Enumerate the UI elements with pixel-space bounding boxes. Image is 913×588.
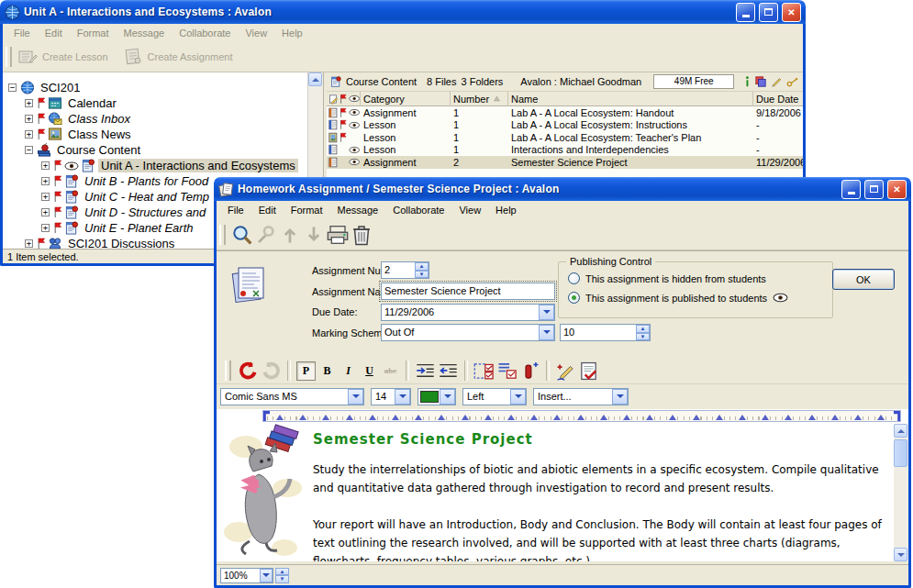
expand-icon[interactable]: + xyxy=(41,193,50,201)
scroll-up-icon[interactable] xyxy=(894,424,907,438)
chevron-down-icon[interactable] xyxy=(510,389,526,405)
radio-hidden-option[interactable]: This assignment is hidden from students xyxy=(568,272,766,284)
editor-scrollbar[interactable] xyxy=(894,424,908,561)
tab-stop-marker[interactable] xyxy=(299,411,306,420)
tab-stop-marker[interactable] xyxy=(785,411,792,420)
expand-icon[interactable]: + xyxy=(25,99,33,107)
expand-icon[interactable]: + xyxy=(41,224,50,232)
search-icon[interactable] xyxy=(231,224,253,246)
alignment-select[interactable]: Left xyxy=(462,388,527,405)
menu-file[interactable]: File xyxy=(220,201,251,219)
tree-item-label[interactable]: SCI201 xyxy=(38,81,83,94)
insert-select[interactable]: Insert... xyxy=(533,388,629,405)
tab-stop-marker[interactable] xyxy=(530,411,538,420)
bold-button[interactable]: B xyxy=(317,361,337,381)
zoom-stepper[interactable]: ▲▼ xyxy=(275,568,289,583)
tab-stop-marker[interactable] xyxy=(808,411,816,420)
tab-stop-marker[interactable] xyxy=(762,411,769,420)
italic-button[interactable]: I xyxy=(339,361,358,381)
tab-stop-marker[interactable] xyxy=(669,411,676,420)
tree-item-label[interactable]: Unit A - Interactions and Ecosystems xyxy=(98,159,298,172)
tab-stop-marker[interactable] xyxy=(877,411,885,420)
tab-stop-marker[interactable] xyxy=(600,411,607,420)
expand-icon[interactable]: + xyxy=(25,130,33,139)
tab-stop-marker[interactable] xyxy=(623,411,630,420)
tab-stop-marker[interactable] xyxy=(392,411,399,420)
table-row[interactable]: Assignment2Semester Science Project11/29… xyxy=(327,156,803,169)
select-cells-icon[interactable] xyxy=(473,361,495,382)
minimize-button[interactable] xyxy=(736,3,755,22)
tab-stop-marker[interactable] xyxy=(415,411,422,420)
chevron-down-icon[interactable] xyxy=(612,389,628,405)
tree-item-label[interactable]: Calendar xyxy=(65,96,119,110)
plain-style-button[interactable]: P xyxy=(296,361,316,381)
tab-stop-marker[interactable] xyxy=(646,411,653,420)
ruler[interactable] xyxy=(262,410,901,422)
column-category[interactable]: Category xyxy=(360,92,450,106)
tab-stop-marker[interactable] xyxy=(716,411,723,420)
column-name[interactable]: Name xyxy=(507,92,752,106)
chevron-down-icon[interactable] xyxy=(260,569,273,582)
table-row[interactable]: Lesson1Interactions and Interdependencie… xyxy=(327,144,803,157)
collapse-icon[interactable]: − xyxy=(8,83,17,92)
tree-item-label[interactable]: Course Content xyxy=(54,143,143,157)
tab-stop-marker[interactable] xyxy=(276,411,284,420)
tree-item-label[interactable]: Class Inbox xyxy=(65,112,133,126)
expand-icon[interactable]: + xyxy=(41,177,50,185)
table-row[interactable]: Lesson1Lab A - A Local Ecosystem: Instru… xyxy=(327,119,803,132)
edit-column-icon[interactable] xyxy=(328,94,338,105)
tree-item[interactable]: +Unit A - Interactions and Ecosystems xyxy=(3,158,323,173)
tree-item[interactable]: +Calendar xyxy=(3,95,323,111)
menu-view[interactable]: View xyxy=(451,201,488,219)
expand-icon[interactable]: + xyxy=(41,161,50,170)
toolbar-grip[interactable] xyxy=(219,225,226,245)
scroll-up-icon[interactable] xyxy=(308,72,322,86)
font-color-select[interactable] xyxy=(418,388,456,405)
tree-item-label[interactable]: Class News xyxy=(65,128,134,141)
tree-item-label[interactable]: Unit C - Heat and Temp xyxy=(82,190,212,204)
tab-stop-marker[interactable] xyxy=(693,411,700,420)
chevron-down-icon[interactable] xyxy=(348,389,363,405)
tab-stop-marker[interactable] xyxy=(369,411,376,420)
radio-icon[interactable] xyxy=(568,272,580,284)
chevron-down-icon[interactable] xyxy=(539,305,554,320)
font-size-select[interactable]: 14 xyxy=(371,388,411,405)
close-button[interactable]: ✕ xyxy=(782,3,801,22)
tab-stop-marker[interactable] xyxy=(507,411,515,420)
radio-published-option[interactable]: This assignment is published to students xyxy=(568,292,788,304)
collapse-icon[interactable]: − xyxy=(25,146,33,154)
tree-item[interactable]: −Course Content xyxy=(3,142,323,158)
radio-selected-icon[interactable] xyxy=(568,292,580,304)
font-family-select[interactable]: Comic Sans MS xyxy=(220,388,364,405)
assignment-number-stepper[interactable]: 2 ▲▼ xyxy=(381,261,429,279)
document-editor[interactable]: Semester Science Project Study the inter… xyxy=(217,424,894,561)
tree-item-label[interactable]: Unit B - Plants for Food xyxy=(82,174,211,188)
permissions-icon[interactable] xyxy=(786,75,799,88)
maximize-button[interactable] xyxy=(864,180,884,199)
chevron-down-icon[interactable] xyxy=(395,389,410,405)
table-row[interactable]: Lesson1Lab A - A Local Ecosystem: Teache… xyxy=(327,131,803,144)
tree-item[interactable]: −SCI201 xyxy=(3,80,323,95)
tab-stop-marker[interactable] xyxy=(322,411,329,420)
tab-stop-marker[interactable] xyxy=(553,411,561,420)
close-button[interactable]: ✕ xyxy=(887,180,907,199)
chevron-down-icon[interactable] xyxy=(440,389,455,405)
eye-column-icon[interactable] xyxy=(349,94,360,103)
copy-icon[interactable] xyxy=(755,75,766,88)
menu-collaborate[interactable]: Collaborate xyxy=(385,201,451,219)
menu-edit[interactable]: Edit xyxy=(251,201,284,219)
paragraph-mark-icon[interactable] xyxy=(519,361,540,382)
marking-scheme-combobox[interactable]: Out Of xyxy=(381,324,555,341)
tree-item-label[interactable]: Unit E - Planet Earth xyxy=(82,221,196,235)
underline-button[interactable]: U xyxy=(360,361,379,381)
expand-icon[interactable]: + xyxy=(25,239,33,248)
tab-stop-marker[interactable] xyxy=(438,411,445,420)
column-number[interactable]: Number xyxy=(450,92,507,106)
assignment-name-input[interactable]: Semester Science Project xyxy=(381,283,555,300)
maximize-button[interactable] xyxy=(759,3,778,22)
scroll-down-icon[interactable] xyxy=(894,548,907,561)
undo-icon[interactable] xyxy=(238,361,259,382)
menu-help[interactable]: Help xyxy=(488,201,524,219)
row-format-icon[interactable] xyxy=(496,361,518,382)
tab-stop-marker[interactable] xyxy=(346,411,353,420)
